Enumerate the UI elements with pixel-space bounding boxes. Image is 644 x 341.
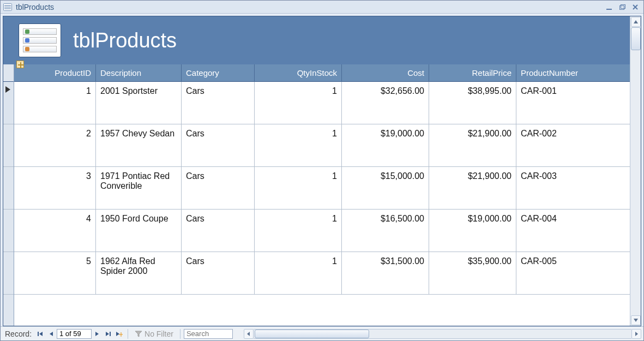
record-selector-column <box>3 64 14 326</box>
svg-rect-5 <box>620 5 624 9</box>
col-header-productnumber[interactable]: ProductNumber <box>516 64 630 82</box>
cell-productid[interactable]: 1 <box>14 82 96 124</box>
svg-rect-8 <box>110 332 111 336</box>
scrollbar-thumb[interactable] <box>631 27 641 50</box>
svg-rect-3 <box>4 8 11 9</box>
cell-productnumber[interactable]: CAR-001 <box>516 82 630 124</box>
form-icon <box>3 3 13 11</box>
cell-category[interactable]: Cars <box>182 167 255 209</box>
cell-productid[interactable]: 5 <box>14 252 96 294</box>
table-row[interactable]: 1 2001 Sportster Cars 1 $32,656.00 $38,9… <box>14 82 630 124</box>
scroll-down-icon[interactable] <box>631 315 641 325</box>
record-selector[interactable] <box>3 210 14 252</box>
col-header-cost[interactable]: Cost <box>342 64 429 82</box>
column-headers: ProductID Description Category QtyInStoc… <box>14 64 630 82</box>
cell-cost[interactable]: $31,500.00 <box>342 252 429 294</box>
table-row[interactable]: 5 1962 Alfa Red Spider 2000 Cars 1 $31,5… <box>14 252 630 295</box>
close-button[interactable] <box>629 2 641 12</box>
cell-qtyinstock[interactable]: 1 <box>255 167 342 209</box>
cell-cost[interactable]: $16,500.00 <box>342 210 429 252</box>
search-input[interactable] <box>184 329 233 339</box>
cell-category[interactable]: Cars <box>182 124 255 166</box>
col-header-productid[interactable]: ProductID <box>14 64 96 82</box>
minimize-button[interactable] <box>603 2 615 12</box>
title-bar: tblProducts <box>1 1 643 14</box>
nav-first-button[interactable] <box>35 329 45 339</box>
cell-productnumber[interactable]: CAR-005 <box>516 252 630 294</box>
record-selector-header <box>3 64 14 82</box>
cell-productid[interactable]: 4 <box>14 210 96 252</box>
cell-category[interactable]: Cars <box>182 82 255 124</box>
nav-new-record-button[interactable] <box>114 329 124 339</box>
no-filter-indicator[interactable]: No Filter <box>135 330 173 338</box>
nav-next-button[interactable] <box>92 329 102 339</box>
cell-qtyinstock[interactable]: 1 <box>255 210 342 252</box>
cell-cost[interactable]: $19,000.00 <box>342 124 429 166</box>
vertical-scrollbar[interactable] <box>630 16 641 326</box>
svg-rect-1 <box>4 5 11 6</box>
cell-productnumber[interactable]: CAR-002 <box>516 124 630 166</box>
cell-qtyinstock[interactable]: 1 <box>255 124 342 166</box>
cell-cost[interactable]: $15,000.00 <box>342 167 429 209</box>
cell-category[interactable]: Cars <box>182 210 255 252</box>
svg-rect-4 <box>606 9 612 10</box>
table-row[interactable]: 4 1950 Ford Coupe Cars 1 $16,500.00 $19,… <box>14 210 630 252</box>
form-scroll-area: tblProducts ProductID Description <box>3 16 630 326</box>
datasheet: ProductID Description Category QtyInStoc… <box>3 64 630 326</box>
cell-category[interactable]: Cars <box>182 252 255 294</box>
scrollbar-track[interactable] <box>631 27 641 315</box>
col-header-qtyinstock[interactable]: QtyInStock <box>255 64 342 82</box>
grid: ProductID Description Category QtyInStoc… <box>14 64 630 326</box>
separator <box>180 329 180 339</box>
record-selector[interactable] <box>3 252 14 295</box>
record-navigation-bar: Record: No Filter <box>1 326 643 340</box>
col-header-description[interactable]: Description <box>96 64 182 82</box>
scroll-up-icon[interactable] <box>631 17 641 27</box>
separator <box>128 329 128 339</box>
cell-retailprice[interactable]: $21,900.00 <box>429 167 516 209</box>
cell-retailprice[interactable]: $21,900.00 <box>429 124 516 166</box>
form-body: tblProducts ProductID Description <box>3 16 641 326</box>
cell-productnumber[interactable]: CAR-003 <box>516 167 630 209</box>
cell-retailprice[interactable]: $38,995.00 <box>429 82 516 124</box>
cell-productid[interactable]: 3 <box>14 167 96 209</box>
cell-description[interactable]: 1962 Alfa Red Spider 2000 <box>96 252 182 294</box>
scroll-right-icon[interactable] <box>631 329 641 339</box>
cell-productid[interactable]: 2 <box>14 124 96 166</box>
cell-retailprice[interactable]: $19,000.00 <box>429 210 516 252</box>
nav-last-button[interactable] <box>103 329 113 339</box>
table-row[interactable]: 3 1971 Pontiac Red Converible Cars 1 $15… <box>14 167 630 210</box>
record-position-input[interactable] <box>57 329 92 339</box>
svg-rect-7 <box>38 332 39 336</box>
cell-description[interactable]: 2001 Sportster <box>96 82 182 124</box>
cell-description[interactable]: 1971 Pontiac Red Converible <box>96 167 182 209</box>
scrollbar-track[interactable] <box>254 329 631 339</box>
cell-description[interactable]: 1950 Ford Coupe <box>96 210 182 252</box>
col-header-category[interactable]: Category <box>182 64 255 82</box>
report-title: tblProducts <box>73 30 177 51</box>
cell-qtyinstock[interactable]: 1 <box>255 252 342 294</box>
col-header-retailprice[interactable]: RetailPrice <box>429 64 516 82</box>
cell-cost[interactable]: $32,656.00 <box>342 82 429 124</box>
record-selector[interactable] <box>3 167 14 210</box>
cell-description[interactable]: 1957 Chevy Sedan <box>96 124 182 166</box>
table-row[interactable]: 2 1957 Chevy Sedan Cars 1 $19,000.00 $21… <box>14 124 630 167</box>
restore-button[interactable] <box>616 2 628 12</box>
funnel-icon <box>135 330 142 338</box>
cell-qtyinstock[interactable]: 1 <box>255 82 342 124</box>
cell-productnumber[interactable]: CAR-004 <box>516 210 630 252</box>
scrollbar-thumb[interactable] <box>255 330 369 338</box>
window-title: tblProducts <box>16 3 54 11</box>
record-selector[interactable] <box>3 124 14 167</box>
report-header: tblProducts <box>3 16 630 64</box>
nav-prev-button[interactable] <box>46 329 56 339</box>
record-selector[interactable] <box>3 82 14 124</box>
svg-rect-2 <box>4 7 11 8</box>
report-header-icon <box>19 23 61 57</box>
cell-retailprice[interactable]: $35,900.00 <box>429 252 516 294</box>
horizontal-scrollbar[interactable] <box>244 329 641 339</box>
layout-selector-handle[interactable] <box>16 61 24 68</box>
no-filter-text: No Filter <box>145 330 173 338</box>
scroll-left-icon[interactable] <box>244 329 254 339</box>
svg-rect-6 <box>621 4 625 8</box>
